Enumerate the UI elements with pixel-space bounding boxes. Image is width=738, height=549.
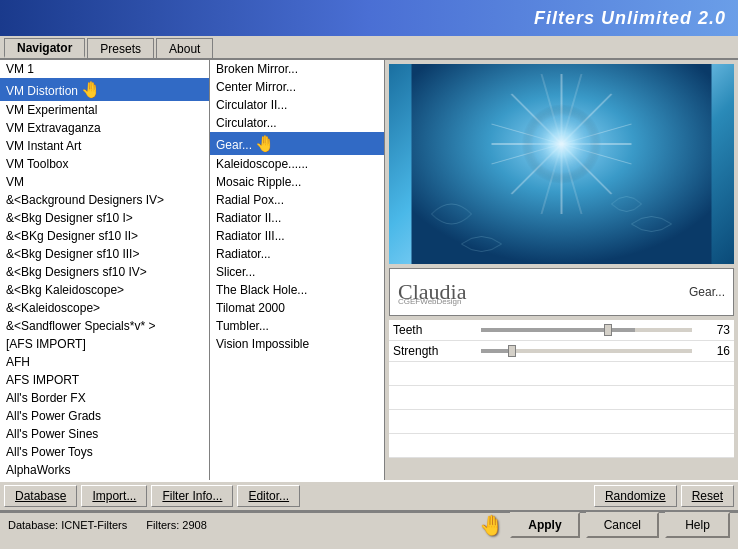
signature-area: Claudia CGEFWebDesign Gear... <box>389 268 734 316</box>
title-bar: Filters Unlimited 2.0 <box>0 0 738 36</box>
import-button[interactable]: Import... <box>81 485 147 507</box>
category-item[interactable]: VM <box>0 173 209 191</box>
database-value: ICNET-Filters <box>61 519 127 531</box>
app-title: Filters Unlimited 2.0 <box>534 8 726 29</box>
category-item[interactable]: AFS IMPORT <box>0 371 209 389</box>
filter-item[interactable]: Kaleidoscope...... <box>210 155 384 173</box>
signature-sub: CGEFWebDesign <box>398 297 669 306</box>
filter-item[interactable]: Broken Mirror... <box>210 60 384 78</box>
category-item[interactable]: &<Sandflower Specials*v* > <box>0 317 209 335</box>
filter-item[interactable]: Radiator... <box>210 245 384 263</box>
bottom-toolbar: Database Import... Filter Info... Editor… <box>0 480 738 512</box>
svg-point-9 <box>522 104 602 184</box>
cancel-button[interactable]: Cancel <box>586 512 659 538</box>
category-item[interactable]: All's Power Sines <box>0 425 209 443</box>
filter-panel[interactable]: Broken Mirror...Center Mirror...Circulat… <box>210 60 385 480</box>
filter-item[interactable]: Gear... 🤚 <box>210 132 384 155</box>
category-item[interactable]: VM 1 <box>0 60 209 78</box>
category-item[interactable]: &<Background Designers IV> <box>0 191 209 209</box>
param-label: Teeth <box>393 323 473 337</box>
reset-button[interactable]: Reset <box>681 485 734 507</box>
editor-button[interactable]: Editor... <box>237 485 300 507</box>
category-item[interactable]: AFH <box>0 353 209 371</box>
filter-item[interactable]: Center Mirror... <box>210 78 384 96</box>
param-empty-row <box>389 362 734 386</box>
param-empty-row <box>389 386 734 410</box>
tab-navigator[interactable]: Navigator <box>4 38 85 58</box>
filter-name-display: Gear... <box>689 285 725 299</box>
category-item[interactable]: [AFS IMPORT] <box>0 335 209 353</box>
filter-item[interactable]: The Black Hole... <box>210 281 384 299</box>
tab-bar: Navigator Presets About <box>0 36 738 60</box>
category-item[interactable]: VM Extravaganza <box>0 119 209 137</box>
status-bar: Database: ICNET-Filters Filters: 2908 🤚 … <box>0 512 738 536</box>
param-slider[interactable] <box>481 328 692 332</box>
action-buttons: 🤚 Apply Cancel Help <box>479 512 730 538</box>
filter-item[interactable]: Radiator III... <box>210 227 384 245</box>
category-item[interactable]: &<BKg Designer sf10 II> <box>0 227 209 245</box>
apply-arrow-icon: 🤚 <box>479 513 504 537</box>
filter-item[interactable]: Tumbler... <box>210 317 384 335</box>
param-empty-row <box>389 434 734 458</box>
tab-about[interactable]: About <box>156 38 213 58</box>
filter-item[interactable]: Radial Pox... <box>210 191 384 209</box>
category-item[interactable]: VM Experimental <box>0 101 209 119</box>
category-item[interactable]: All's Border FX <box>0 389 209 407</box>
param-row: Teeth 73 <box>389 320 734 341</box>
param-label: Strength <box>393 344 473 358</box>
category-item[interactable]: VM Instant Art <box>0 137 209 155</box>
category-list[interactable]: VM 1VM Distortion 🤚VM ExperimentalVM Ext… <box>0 60 209 480</box>
help-button[interactable]: Help <box>665 512 730 538</box>
status-left: Database: ICNET-Filters Filters: 2908 <box>8 519 479 531</box>
category-item[interactable]: VM Distortion 🤚 <box>0 78 209 101</box>
category-item[interactable]: All's Power Grads <box>0 407 209 425</box>
filters-value: 2908 <box>182 519 206 531</box>
category-item[interactable]: &<Bkg Kaleidoscope> <box>0 281 209 299</box>
category-item[interactable]: &<Bkg Designers sf10 IV> <box>0 263 209 281</box>
filter-item[interactable]: Vision Impossible <box>210 335 384 353</box>
database-button[interactable]: Database <box>4 485 77 507</box>
filter-item[interactable]: Circulator II... <box>210 96 384 114</box>
main-content: VM 1VM Distortion 🤚VM ExperimentalVM Ext… <box>0 60 738 480</box>
params-area: Teeth 73 Strength 16 <box>389 320 734 476</box>
param-row: Strength 16 <box>389 341 734 362</box>
database-label: Database: <box>8 519 58 531</box>
category-item[interactable]: &<Kaleidoscope> <box>0 299 209 317</box>
category-item[interactable]: VM Toolbox <box>0 155 209 173</box>
param-slider[interactable] <box>481 349 692 353</box>
apply-button[interactable]: Apply <box>510 512 579 538</box>
category-item[interactable]: &<Bkg Designer sf10 I> <box>0 209 209 227</box>
filter-item[interactable]: Radiator II... <box>210 209 384 227</box>
param-empty-row <box>389 410 734 434</box>
preview-panel: Claudia CGEFWebDesign Gear... Teeth 73 S… <box>385 60 738 480</box>
category-item[interactable]: AlphaWorks <box>0 461 209 479</box>
filter-info-button[interactable]: Filter Info... <box>151 485 233 507</box>
randomize-button[interactable]: Randomize <box>594 485 677 507</box>
category-item[interactable]: &<Bkg Designer sf10 III> <box>0 245 209 263</box>
filter-item[interactable]: Circulator... <box>210 114 384 132</box>
filter-item[interactable]: Tilomat 2000 <box>210 299 384 317</box>
category-item[interactable]: All's Power Toys <box>0 443 209 461</box>
param-value: 73 <box>700 323 730 337</box>
tab-presets[interactable]: Presets <box>87 38 154 58</box>
filter-item[interactable]: Mosaic Ripple... <box>210 173 384 191</box>
filters-label: Filters: <box>146 519 179 531</box>
preview-image <box>389 64 734 264</box>
filter-item[interactable]: Slicer... <box>210 263 384 281</box>
category-panel: VM 1VM Distortion 🤚VM ExperimentalVM Ext… <box>0 60 210 480</box>
param-value: 16 <box>700 344 730 358</box>
